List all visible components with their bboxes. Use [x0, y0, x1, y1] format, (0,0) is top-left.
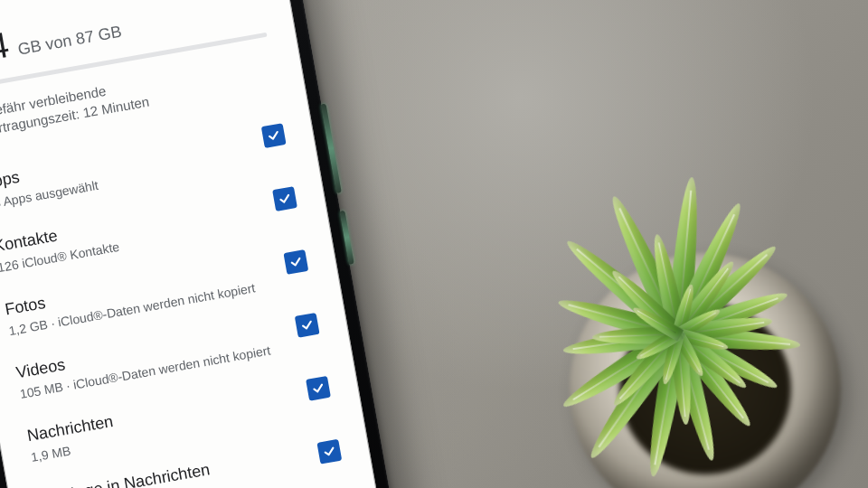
transfer-content: 4,4 GB von 87 GB Ungefähr verbleibende Ü… [0, 0, 373, 488]
phone-screen: 4,4 GB von 87 GB Ungefähr verbleibende Ü… [0, 0, 396, 488]
checkbox-icon[interactable] [261, 123, 287, 148]
phone-side-button [320, 104, 341, 194]
checkbox-icon[interactable] [317, 439, 343, 465]
phone-device: 4,4 GB von 87 GB Ungefähr verbleibende Ü… [0, 0, 410, 488]
plant-soil [619, 303, 791, 474]
category-list: Apps28 Apps ausgewähltKontakte126 iCloud… [0, 108, 344, 488]
storage-total: GB von 87 GB [16, 23, 123, 60]
checkbox-icon[interactable] [295, 313, 320, 338]
storage-used: 4,4 [0, 24, 12, 73]
checkbox-icon[interactable] [272, 186, 297, 211]
checkbox-icon[interactable] [306, 376, 331, 401]
phone-side-button [339, 211, 354, 265]
photo-scene: 4,4 GB von 87 GB Ungefähr verbleibende Ü… [0, 0, 868, 488]
checkbox-icon[interactable] [283, 249, 308, 275]
